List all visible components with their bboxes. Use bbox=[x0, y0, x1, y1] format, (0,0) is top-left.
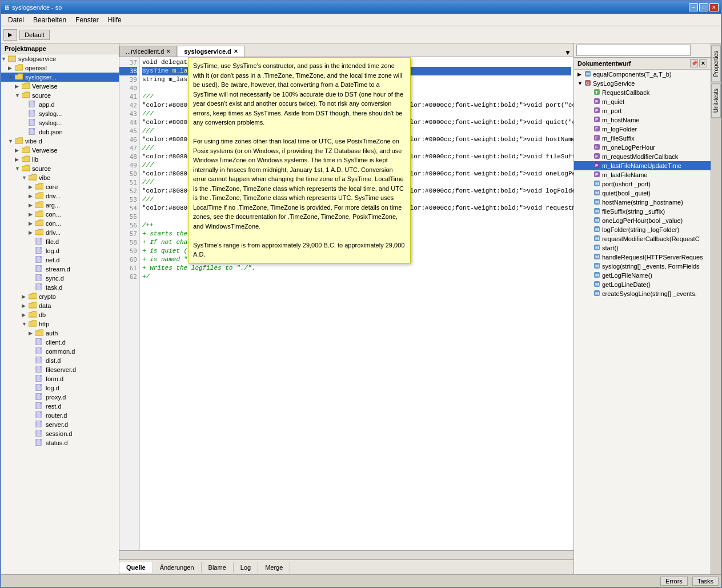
tree-item-6[interactable]: syslog... bbox=[1, 109, 119, 118]
tree-item-42[interactable]: status.d bbox=[1, 438, 119, 447]
tree-item-13[interactable]: ▼vibe bbox=[1, 173, 119, 182]
tree-item-8[interactable]: dub.json bbox=[1, 127, 119, 137]
tab-serviceclient[interactable]: ...rviceclient.d ✕ bbox=[119, 46, 177, 57]
right-tree-item-8[interactable]: Fm_oneLogPerHour bbox=[574, 143, 711, 152]
right-tree-item-23[interactable]: MgetLogLineDate() bbox=[574, 280, 711, 289]
menu-fenster[interactable]: Fenster bbox=[71, 15, 103, 25]
tree-item-29[interactable]: ▼http bbox=[1, 319, 119, 329]
tree-item-21[interactable]: log.d bbox=[1, 246, 119, 255]
right-tree-item-6[interactable]: Fm_logFolder bbox=[574, 125, 711, 134]
right-tree-item-24[interactable]: McreateSyslogLine(string[] _events, bbox=[574, 289, 711, 298]
right-tree-item-21[interactable]: Msyslog(string[] _events, FormFields bbox=[574, 262, 711, 271]
tree-item-30[interactable]: ▶auth bbox=[1, 329, 119, 338]
tree-item-11[interactable]: ▶lib bbox=[1, 155, 119, 164]
right-tree-item-22[interactable]: MgetLogFileName() bbox=[574, 271, 711, 280]
tree-item-35[interactable]: form.d bbox=[1, 374, 119, 383]
tree-item-23[interactable]: stream.d bbox=[1, 265, 119, 274]
right-tree-item-15[interactable]: MfileSuffix(string _suffix) bbox=[574, 207, 711, 216]
right-tree-item-20[interactable]: MhandleRequest(HTTPServerReques bbox=[574, 253, 711, 262]
tree-arrow-17: ▶ bbox=[29, 211, 35, 217]
close-button[interactable]: ✕ bbox=[709, 3, 719, 11]
bottom-tab-merge[interactable]: Merge bbox=[258, 562, 290, 573]
right-tree-item-7[interactable]: Fm_fileSuffix bbox=[574, 134, 711, 143]
right-tree-item-12[interactable]: Mport(ushort _port) bbox=[574, 179, 711, 189]
bottom-tab-quelle[interactable]: Quelle bbox=[119, 562, 153, 573]
right-tree-item-19[interactable]: Mstart() bbox=[574, 243, 711, 253]
tree-item-10[interactable]: ▶Verweise bbox=[1, 146, 119, 155]
tree-item-34[interactable]: fileserver.d bbox=[1, 365, 119, 374]
tree-item-37[interactable]: proxy.d bbox=[1, 393, 119, 402]
right-tree-item-10[interactable]: Fm_lastFileNameUpdateTime bbox=[574, 161, 711, 170]
tree-item-24[interactable]: sync.d bbox=[1, 274, 119, 283]
bottom-tab-log[interactable]: Log bbox=[234, 562, 258, 573]
tree-item-4[interactable]: ▼source bbox=[1, 91, 119, 100]
right-tree-item-14[interactable]: MhostName(string _hostname) bbox=[574, 198, 711, 207]
tree-item-31[interactable]: client.d bbox=[1, 338, 119, 347]
right-tree-item-5[interactable]: Fm_hostName bbox=[574, 115, 711, 125]
right-tree-item-3[interactable]: Fm_quiet bbox=[574, 97, 711, 106]
tree-item-19[interactable]: ▶driv... bbox=[1, 228, 119, 237]
right-tree-item-13[interactable]: Mquiet(bool _quiet) bbox=[574, 189, 711, 198]
menu-datei[interactable]: Datei bbox=[3, 15, 29, 25]
menu-bearbeiten[interactable]: Bearbeiten bbox=[29, 15, 71, 25]
errors-button[interactable]: Errors bbox=[660, 577, 688, 586]
tree-item-5[interactable]: app.d bbox=[1, 100, 119, 109]
menu-hilfe[interactable]: Hilfe bbox=[103, 15, 126, 25]
tree-item-1[interactable]: ▶openssl bbox=[1, 63, 119, 73]
horizontal-scrollbar[interactable] bbox=[119, 550, 573, 559]
vtab-properties[interactable]: Properties bbox=[711, 46, 721, 82]
default-button[interactable]: Default bbox=[19, 30, 50, 40]
right-tree-item-2[interactable]: TRequestCallback bbox=[574, 88, 711, 97]
right-tree-item-9[interactable]: Fm_requestModifierCallback bbox=[574, 152, 711, 161]
tree-item-3[interactable]: ▶Verweise bbox=[1, 82, 119, 91]
tree-item-7[interactable]: syslog... bbox=[1, 118, 119, 127]
right-tree-item-17[interactable]: MlogFolder(string _logFolder) bbox=[574, 225, 711, 234]
tree-item-28[interactable]: ▶db bbox=[1, 310, 119, 319]
right-tree-item-18[interactable]: MrequestModifierCallback(RequestC bbox=[574, 234, 711, 243]
tree-item-20[interactable]: file.d bbox=[1, 237, 119, 246]
tree-item-25[interactable]: task.d bbox=[1, 283, 119, 292]
tree-item-26[interactable]: ▶crypto bbox=[1, 292, 119, 301]
tree-item-0[interactable]: ▼syslogservice bbox=[1, 54, 119, 63]
right-tree-item-1[interactable]: ▼CSysLogService bbox=[574, 79, 711, 88]
tab-syslogservice[interactable]: syslogservice.d ✕ bbox=[178, 46, 244, 57]
tree-item-33[interactable]: dist.d bbox=[1, 356, 119, 365]
tree-item-27[interactable]: ▶data bbox=[1, 301, 119, 310]
tree-item-9[interactable]: ▼vibe-d bbox=[1, 137, 119, 146]
tree-item-32[interactable]: common.d bbox=[1, 347, 119, 356]
right-panel-pin[interactable]: 📌 bbox=[690, 59, 698, 67]
right-panel-tree[interactable]: ▶MequalComponents(T_a,T_b)▼CSysLogServic… bbox=[574, 70, 711, 574]
tree-item-16[interactable]: ▶arg... bbox=[1, 201, 119, 210]
tree-item-14[interactable]: ▶core bbox=[1, 182, 119, 191]
right-tree-item-11[interactable]: Fm_lastFileName bbox=[574, 170, 711, 179]
tasks-button[interactable]: Tasks bbox=[692, 577, 719, 586]
tree-item-17[interactable]: ▶con... bbox=[1, 210, 119, 219]
tree-item-40[interactable]: server.d bbox=[1, 420, 119, 429]
right-tree-item-16[interactable]: MoneLogPerHour(bool _value) bbox=[574, 216, 711, 225]
play-button[interactable]: ▶ bbox=[3, 29, 17, 41]
tree-item-18[interactable]: ▶con... bbox=[1, 219, 119, 228]
right-panel-close[interactable]: ✕ bbox=[699, 59, 707, 67]
project-tree[interactable]: ▼syslogservice▶openssl▼syslogser...▶Verw… bbox=[1, 54, 119, 574]
right-tree-item-0[interactable]: ▶MequalComponents(T_a,T_b) bbox=[574, 70, 711, 79]
maximize-button[interactable]: □ bbox=[699, 3, 708, 11]
tab-dropdown[interactable]: ▼ bbox=[562, 49, 573, 57]
tree-item-41[interactable]: session.d bbox=[1, 429, 119, 438]
tab-serviceclient-close[interactable]: ✕ bbox=[166, 49, 171, 54]
bottom-tab-blame[interactable]: Blame bbox=[202, 562, 234, 573]
minimize-button[interactable]: ─ bbox=[689, 3, 698, 11]
tree-item-15[interactable]: ▶driv... bbox=[1, 191, 119, 201]
bottom-tab-aenderungen[interactable]: Änderungen bbox=[153, 562, 202, 573]
search-input[interactable] bbox=[576, 45, 691, 56]
tree-item-36[interactable]: log.d bbox=[1, 383, 119, 393]
line-number-47: 47 bbox=[119, 144, 137, 153]
tab-syslogservice-close[interactable]: ✕ bbox=[234, 49, 238, 54]
tree-item-12[interactable]: ▼source bbox=[1, 164, 119, 173]
vtab-unit-tests[interactable]: Unit-tests bbox=[711, 83, 721, 118]
right-tree-item-4[interactable]: Fm_port bbox=[574, 106, 711, 115]
file-icon bbox=[35, 366, 45, 374]
tree-item-22[interactable]: net.d bbox=[1, 255, 119, 265]
tree-item-2[interactable]: ▼syslogser... bbox=[1, 73, 119, 82]
tree-item-39[interactable]: router.d bbox=[1, 411, 119, 420]
tree-item-38[interactable]: rest.d bbox=[1, 402, 119, 411]
